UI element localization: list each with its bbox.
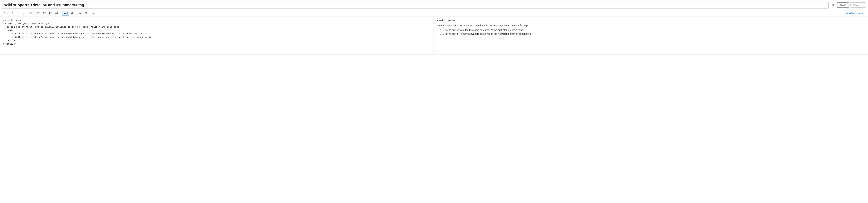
- svg-rect-22: [55, 12, 58, 14]
- wiki-editor-container: Close Save A⌄ B I </> 123: [0, 0, 868, 55]
- text-format-dropdown[interactable]: A⌄: [2, 11, 9, 15]
- italic-icon: I: [18, 12, 18, 14]
- svg-point-12: [43, 13, 43, 13]
- svg-text:3: 3: [37, 13, 38, 14]
- view-options-button[interactable]: [830, 2, 836, 8]
- save-dropdown-button[interactable]: [861, 2, 866, 8]
- link-button[interactable]: [21, 11, 26, 15]
- page-title-input[interactable]: [2, 2, 829, 8]
- bold-icon: B: [12, 12, 13, 14]
- preview-summary[interactable]: Did you know?: [437, 19, 865, 22]
- checklist-button[interactable]: [48, 11, 53, 15]
- close-button[interactable]: Close: [837, 2, 849, 8]
- attach-button[interactable]: [77, 11, 83, 15]
- svg-point-14: [43, 14, 43, 14]
- preview-list: Clicking on "e" from the keyboard takes …: [437, 28, 865, 36]
- unordered-list-button[interactable]: [42, 11, 47, 15]
- formatting-toolbar: A⌄ B I </> 123 ABC #: [0, 10, 868, 16]
- editor-split-view: <details open> <summary>Did you know?</s…: [0, 16, 868, 55]
- paste-button[interactable]: [83, 11, 88, 15]
- preview-intro-text: You can use shortcut keys to quickly nav…: [437, 24, 865, 27]
- preview-details[interactable]: Did you know? You can use shortcut keys …: [437, 19, 865, 36]
- unordered-list-icon: [43, 12, 46, 14]
- markdown-supported-link[interactable]: Markdown supported.: [846, 12, 866, 14]
- save-button[interactable]: Save: [850, 2, 861, 8]
- text-format-icon: A⌄: [3, 12, 6, 15]
- markdown-preview-pane: Did you know? You can use shortcut keys …: [433, 16, 868, 55]
- svg-rect-20: [49, 14, 50, 14]
- sliders-icon: [831, 3, 835, 7]
- svg-rect-18: [49, 13, 50, 13]
- more-icon: ⋯: [92, 12, 95, 14]
- table-button[interactable]: [54, 11, 59, 15]
- hash-icon: #: [71, 12, 73, 15]
- link-icon: [22, 12, 25, 14]
- italic-button[interactable]: I: [16, 11, 21, 15]
- ordered-list-button[interactable]: 123: [36, 11, 41, 15]
- markdown-source-text[interactable]: <details open> <summary>Did you know?</s…: [3, 19, 431, 46]
- table-icon: [55, 12, 58, 14]
- code-icon: </>: [28, 12, 32, 14]
- chevron-down-icon: [863, 4, 864, 6]
- svg-point-10: [43, 12, 43, 12]
- svg-rect-16: [49, 12, 50, 13]
- list-item: Clicking on "e" from the keyboard takes …: [443, 28, 865, 32]
- abc-icon: ABC: [63, 12, 68, 14]
- chevron-down-icon: [7, 12, 8, 14]
- header-row: Close Save: [0, 0, 868, 10]
- svg-point-3: [833, 5, 834, 6]
- save-button-group: Save: [850, 2, 866, 8]
- mention-button[interactable]: #: [70, 11, 74, 15]
- svg-point-1: [832, 4, 833, 5]
- paragraph-format-button[interactable]: ABC: [62, 11, 69, 15]
- more-button[interactable]: ⋯: [91, 11, 96, 15]
- ordered-list-icon: 123: [37, 12, 40, 14]
- code-button[interactable]: </>: [27, 11, 33, 15]
- checklist-icon: [49, 12, 52, 14]
- paperclip-icon: [79, 12, 81, 14]
- clipboard-icon: [84, 12, 87, 14]
- markdown-source-pane[interactable]: <details open> <summary>Did you know?</s…: [0, 16, 433, 55]
- bold-button[interactable]: B: [10, 11, 15, 15]
- list-item: Clicking on "n" from the keyboard takes …: [443, 32, 865, 36]
